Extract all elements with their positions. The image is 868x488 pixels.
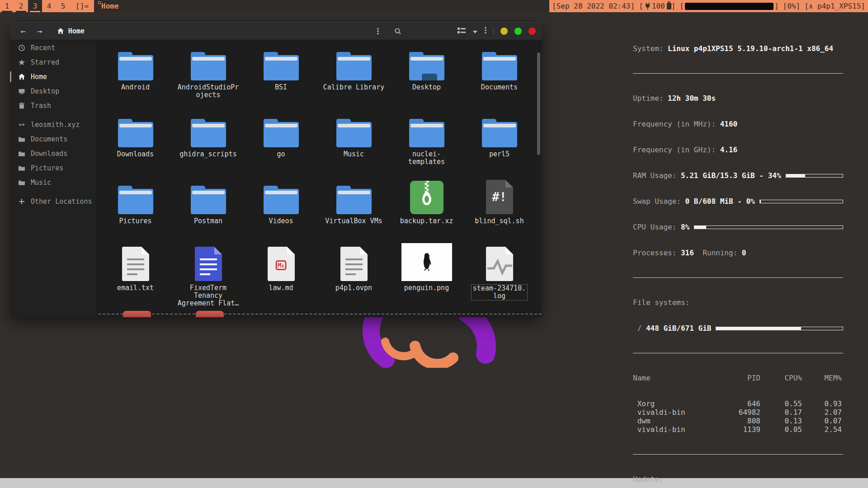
file-pictures[interactable]: Pictures	[100, 176, 170, 243]
plug-icon	[645, 3, 651, 9]
file-ghidra-scripts[interactable]: ghidra_scripts	[173, 109, 243, 176]
minimize-button[interactable]	[500, 28, 508, 35]
file-documents[interactable]: Documents	[464, 42, 534, 109]
process-cell: 2.07	[802, 408, 842, 417]
file-steam-234710.[interactable]: steam-234710. log	[464, 243, 534, 310]
file-p4p1.ovpn[interactable]: p4p1.ovpn	[319, 243, 389, 310]
process-cell: 64982	[723, 408, 760, 417]
cpu-usage-row: CPU Usage: 8%	[633, 223, 843, 231]
process-cell: vivaldi-bin	[633, 408, 723, 417]
window-menu-button[interactable]	[485, 27, 486, 36]
location-breadcrumb[interactable]: Home	[57, 27, 85, 35]
view-options-button[interactable]	[472, 27, 478, 36]
file-icon-box	[409, 109, 444, 147]
status-network: []	[679, 2, 778, 10]
workspace-tag-1[interactable]: 1	[0, 0, 14, 12]
file-go[interactable]: go	[246, 109, 316, 176]
file-label: email.txt	[117, 284, 154, 292]
plus-icon	[18, 198, 26, 205]
sidebar-item-music[interactable]: Music	[10, 175, 97, 190]
file-icon-box	[118, 176, 153, 214]
file-fixedterm[interactable]: FixedTerm Tenancy Agreement Flat…	[173, 243, 243, 310]
sidebar-item-downloads[interactable]: Downloads	[10, 146, 97, 161]
file-penguin.png[interactable]: penguin.png	[392, 243, 462, 310]
file-email.txt[interactable]: email.txt	[100, 243, 170, 310]
maximize-button[interactable]	[514, 28, 522, 35]
file-label: Music	[344, 150, 364, 158]
search-button[interactable]	[394, 22, 401, 40]
sidebar-item-desktop[interactable]: Desktop	[10, 84, 97, 99]
sidebar-item-other-locations[interactable]: Other Locations	[10, 194, 97, 209]
sidebar-item-documents[interactable]: Documents	[10, 132, 97, 146]
folder-icon	[264, 122, 299, 147]
file-calibre-library[interactable]: Calibre Library	[319, 42, 389, 109]
layout-symbol[interactable]: []=	[70, 0, 94, 12]
page-menu-button[interactable]	[377, 22, 379, 40]
process-cell: 808	[723, 417, 760, 425]
list-view-toggle[interactable]	[458, 27, 466, 36]
file-icon-box	[482, 109, 517, 147]
folder-icon	[336, 189, 372, 214]
drive-icon	[18, 121, 26, 128]
sidebar-item-leosmith-xyz[interactable]: leosmith.xyz	[10, 117, 97, 132]
file-icon-box	[191, 109, 226, 147]
file-postman[interactable]: Postman	[173, 176, 243, 243]
ram-usage-row: RAM Usage: 5.21 GiB/15.3 GiB - 34%	[633, 171, 843, 180]
file-icon-box	[482, 42, 517, 80]
file-music[interactable]: Music	[319, 109, 389, 176]
workspace-tags: 12345	[0, 0, 70, 12]
folder-icon	[118, 189, 153, 214]
penguin-icon	[420, 253, 433, 272]
sidebar-item-home[interactable]: Home	[10, 70, 97, 84]
file-icon-box	[336, 42, 372, 80]
file-virtualbox-vms[interactable]: VirtualBox VMs	[319, 176, 389, 243]
workspace-tag-3[interactable]: 3	[28, 0, 42, 12]
forward-button[interactable]: →	[38, 27, 42, 35]
workspace-tag-5[interactable]: 5	[56, 0, 70, 12]
file-label: Postman	[194, 217, 222, 225]
filesystem-usage-bar	[716, 327, 843, 330]
file-icon-box	[336, 176, 372, 214]
workspace-tag-2[interactable]: 2	[14, 0, 28, 12]
sidebar-item-starred[interactable]: Starred	[10, 55, 97, 70]
process-cell: 2.54	[802, 425, 842, 434]
folder-icon	[118, 122, 153, 147]
sidebar-item-trash[interactable]: Trash	[10, 99, 97, 113]
sidebar-item-label: Music	[31, 178, 51, 187]
sidebar-section: Other Locations	[10, 194, 97, 209]
process-row: vivaldi-bin649820.172.07	[633, 408, 843, 417]
file-desktop[interactable]: Desktop	[392, 42, 462, 109]
desktop-folder-icon	[409, 55, 444, 80]
file-backup.tar.xz[interactable]: backup.tar.xz	[392, 176, 462, 243]
file-downloads[interactable]: Downloads	[100, 109, 170, 176]
headerbar-separator	[493, 27, 494, 35]
close-button[interactable]	[528, 28, 536, 35]
file-perl5[interactable]: perl5	[464, 109, 534, 176]
file-blind-sql.sh[interactable]: #!blind_sql.sh	[464, 176, 534, 243]
file-videos[interactable]: Videos	[246, 176, 316, 243]
workspace-tag-4[interactable]: 4	[42, 0, 56, 12]
back-button[interactable]: ←	[21, 27, 26, 35]
sidebar-item-recent[interactable]: Recent	[10, 41, 97, 55]
sidebar-section: RecentStarredHomeDesktopTrash	[10, 41, 97, 113]
clock-icon	[18, 44, 26, 52]
tag-indicator	[16, 11, 26, 12]
file-nuclei-[interactable]: nuclei- templates	[392, 109, 462, 176]
file-androidstudiopr[interactable]: AndroidStudioPr ojects	[173, 42, 243, 109]
file-law.md[interactable]: M↓law.md	[246, 243, 316, 310]
swap-usage-row: Swap Usage: 0 B/608 MiB - 0%	[633, 197, 843, 206]
wallpaper-mascot-art	[346, 313, 503, 368]
file-android[interactable]: Android	[100, 42, 170, 109]
text-file-icon	[122, 247, 149, 281]
redacted-network-info	[685, 3, 774, 10]
sidebar-item-label: Trash	[31, 102, 51, 110]
file-bsi[interactable]: BSI	[246, 42, 316, 109]
file-label: Calibre Library	[323, 84, 384, 91]
document-icon	[195, 247, 222, 281]
list-view-icon	[458, 27, 466, 34]
sidebar-item-pictures[interactable]: Pictures	[10, 161, 97, 175]
folder-icon	[118, 55, 153, 80]
tag-indicator	[30, 11, 40, 12]
folder-icon	[336, 55, 372, 80]
scrollbar-thumb[interactable]	[537, 52, 540, 155]
